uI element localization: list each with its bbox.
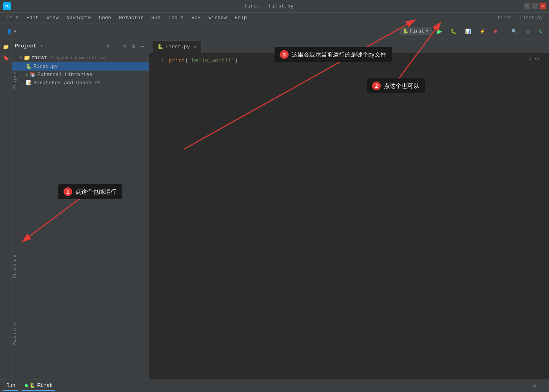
tree-expand-icon: ▼: [20, 56, 22, 60]
tree-file-label: First.py: [33, 64, 58, 69]
callout-1: 1 点这个也能运行: [58, 184, 122, 199]
callout-3: 3 这里会显示当前运行的是哪个py文件: [274, 47, 392, 62]
code-paren-close: ): [235, 58, 238, 64]
inspections-text: ⚠1 ∧1: [527, 56, 540, 62]
editor-tab-first-py[interactable]: 🐍 First.py ✕: [152, 40, 202, 53]
code-string: 'hello,wordl!': [188, 58, 235, 64]
menu-navigate[interactable]: Navigate: [64, 14, 94, 22]
panel-collapse-icon[interactable]: —: [542, 383, 546, 390]
menu-bar: File Edit View Navigate Code Refactor Ru…: [0, 13, 549, 24]
menu-view[interactable]: View: [43, 14, 62, 22]
callout-2: 2 点这个也可以: [367, 78, 425, 93]
coverage-button[interactable]: 📊: [462, 26, 474, 37]
tree-external-libs-label: External Libraries: [37, 72, 92, 78]
line-number-1: 1: [149, 58, 169, 64]
run-tab[interactable]: Run: [3, 381, 18, 391]
first-tab[interactable]: 🐍 First: [22, 381, 55, 391]
settings-icon[interactable]: ⚙: [130, 42, 136, 50]
close-button[interactable]: ✕: [540, 3, 546, 9]
menu-tools[interactable]: Tools: [165, 14, 187, 22]
hide-panel-icon[interactable]: —: [139, 42, 145, 50]
run-config-dropdown-icon: ▾: [426, 28, 429, 34]
callout-1-text: 点这个也能运行: [75, 188, 116, 196]
activity-bar: 📁 🔖: [0, 39, 12, 379]
menu-window[interactable]: Window: [205, 14, 230, 22]
run-config-py-icon: 🐍: [403, 28, 409, 34]
search-everywhere-btn[interactable]: 🔍: [508, 26, 520, 37]
app-icon: PC: [3, 2, 11, 10]
menu-help[interactable]: Help: [231, 14, 250, 22]
window-controls: ─ □ ✕: [524, 3, 546, 9]
debug-button[interactable]: 🐛: [447, 26, 460, 37]
project-panel: Project ▾ ⊕ ≡ ⇅ ⚙ — ▼ 📁 first D:\pycharm…: [12, 39, 149, 379]
minimize-button[interactable]: ─: [524, 3, 530, 9]
menu-run[interactable]: Run: [148, 14, 164, 22]
editor-area: 🐍 First.py ✕ 1 print('hello,wordl!') ⚠1 …: [149, 39, 549, 379]
bottom-panel: Run 🐍 First ⚙ — ▶ ↑ 🔧 ↓ ■ ≡ ⊟ 🖨 📌 🗑 D:\p…: [0, 379, 549, 392]
first-tab-label: First: [37, 383, 52, 388]
py-file-icon: 🐍: [26, 64, 32, 69]
run-button[interactable]: ▶: [434, 26, 445, 37]
callout-3-text: 这里会显示当前运行的是哪个py文件: [292, 51, 386, 58]
menu-edit[interactable]: Edit: [23, 14, 42, 22]
code-keyword-print: print: [169, 58, 185, 64]
run-tab-label: Run: [6, 383, 15, 388]
project-panel-header: Project ▾ ⊕ ≡ ⇅ ⚙ —: [12, 39, 149, 53]
panel-gear-icon[interactable]: ⚙: [533, 383, 536, 389]
menu-vcs[interactable]: VCS: [188, 14, 204, 22]
tree-external-libs[interactable]: ▶ 📚 External Libraries: [12, 71, 149, 79]
inspections-bar: ⚠1 ∧1: [527, 56, 540, 62]
scratch-icon: 📝: [26, 80, 32, 86]
menu-refactor[interactable]: Refactor: [116, 14, 146, 22]
main-area: 📁 🔖 Project ▾ ⊕ ≡ ⇅ ⚙ — ▼ 📁 first D:\pyc…: [0, 39, 549, 379]
code-editor[interactable]: 1 print('hello,wordl!') ⚠1 ∧1: [149, 53, 549, 379]
tab-close-button[interactable]: ✕: [194, 44, 196, 49]
account-icon: 👤: [6, 29, 12, 34]
structure-side-label[interactable]: Structure: [13, 255, 17, 278]
update-btn[interactable]: ↻: [536, 26, 546, 37]
title-bar: PC first - First.py ─ □ ✕: [0, 0, 549, 13]
account-dropdown-icon: ▾: [14, 29, 16, 34]
favorites-side-label[interactable]: Favorites: [13, 321, 17, 345]
callout-3-number: 3: [280, 50, 289, 59]
tree-root-path: D:\pycharmcommic\first: [50, 56, 107, 60]
window-title-center: first - First.py: [498, 15, 543, 21]
code-content-1: print('hello,wordl!'): [169, 58, 238, 64]
menu-code[interactable]: Code: [96, 14, 114, 22]
first-tab-icon: 🐍: [29, 383, 35, 388]
toolbar: 👤 ▾ 🐍 First ▾ ▶ 🐛 📊 ⚡ ■ 🔍 ⚙ ↻: [0, 24, 549, 39]
run-config-label: First: [410, 29, 424, 34]
project-tree: ▼ 📁 first D:\pycharmcommic\first 🐍 First…: [12, 53, 149, 87]
profile-button[interactable]: ⚡: [476, 26, 489, 37]
settings-btn[interactable]: ⚙: [523, 26, 533, 37]
activity-bookmarks[interactable]: 🔖: [1, 53, 11, 63]
collapse-all-icon[interactable]: ≡: [113, 42, 119, 50]
tree-root-label: first: [32, 55, 47, 61]
editor-tab-label: First.py: [165, 44, 190, 50]
tree-root-folder[interactable]: ▼ 📁 first D:\pycharmcommic\first: [12, 53, 149, 62]
menu-file[interactable]: File: [3, 14, 22, 22]
lib-icon: 📚: [30, 72, 36, 78]
run-status-dot: [25, 384, 28, 387]
project-dropdown-icon[interactable]: ▾: [40, 43, 43, 49]
folder-icon: 📁: [24, 54, 30, 61]
sort-icon[interactable]: ⇅: [122, 42, 128, 50]
tree-expand-ext-icon: ▶: [26, 73, 28, 77]
project-panel-title: Project: [15, 43, 36, 49]
callout-2-number: 2: [372, 82, 381, 90]
activity-project[interactable]: 📁: [1, 42, 11, 52]
toolbar-account-btn[interactable]: 👤 ▾: [3, 26, 19, 37]
callout-1-number: 1: [64, 187, 72, 196]
scope-icon[interactable]: ⊕: [104, 42, 110, 50]
callout-2-text: 点这个也可以: [384, 82, 419, 90]
tree-scratches-label: Scratches and Consoles: [33, 80, 101, 86]
maximize-button[interactable]: □: [532, 3, 538, 9]
run-config-selector[interactable]: 🐍 First ▾: [400, 27, 432, 35]
tab-py-icon: 🐍: [157, 44, 163, 50]
window-title: first - First.py: [14, 3, 524, 9]
stop-button[interactable]: ■: [491, 26, 500, 37]
bottom-panel-header: Run 🐍 First ⚙ —: [0, 380, 549, 392]
tree-file-first-py[interactable]: 🐍 First.py: [12, 62, 149, 71]
tree-scratches[interactable]: 📝 Scratches and Consoles: [12, 79, 149, 87]
project-side-label[interactable]: Project: [13, 71, 17, 89]
